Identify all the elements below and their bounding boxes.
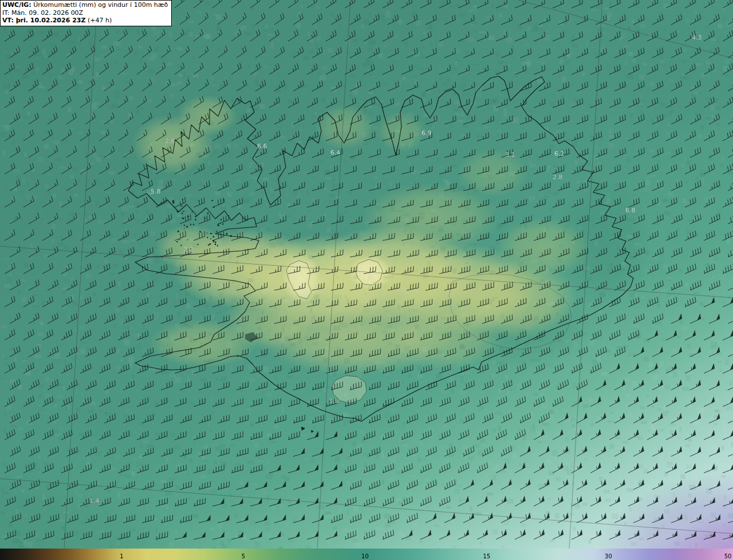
- colorbar-tick-label: 10: [361, 554, 369, 559]
- map-title: Úrkomumætti (mm) og vindur í 100m hæð: [31, 1, 168, 9]
- colorbar-tick-label: 15: [483, 554, 491, 559]
- valid-offset: (+47 h): [85, 17, 112, 24]
- valid-time: VT: þri. 10.02.2026 23Z: [2, 17, 85, 24]
- colorbar-tick-label: 5: [242, 554, 245, 559]
- colorbar-tick-label: 50: [724, 554, 732, 559]
- title-box: UWC/IG: Úrkomumætti (mm) og vindur í 100…: [0, 0, 172, 26]
- title-line: UWC/IG: Úrkomumætti (mm) og vindur í 100…: [2, 1, 168, 9]
- weather-map-stage: 4.32.66.96.66.43.16.22.85.86.82.23.91.4 …: [0, 0, 733, 560]
- model-label: UWC/IG:: [2, 1, 31, 9]
- colorbar-tick-label: 1: [120, 554, 123, 559]
- precipitation-wind-map-canvas: [0, 0, 733, 549]
- precipitation-colorbar: 1510153050: [0, 549, 733, 560]
- init-time-line: IT: Mán. 09. 02. 2026 00Z: [2, 9, 168, 17]
- colorbar-tick-label: 30: [605, 554, 612, 559]
- valid-time-line: VT: þri. 10.02.2026 23Z (+47 h): [2, 17, 168, 25]
